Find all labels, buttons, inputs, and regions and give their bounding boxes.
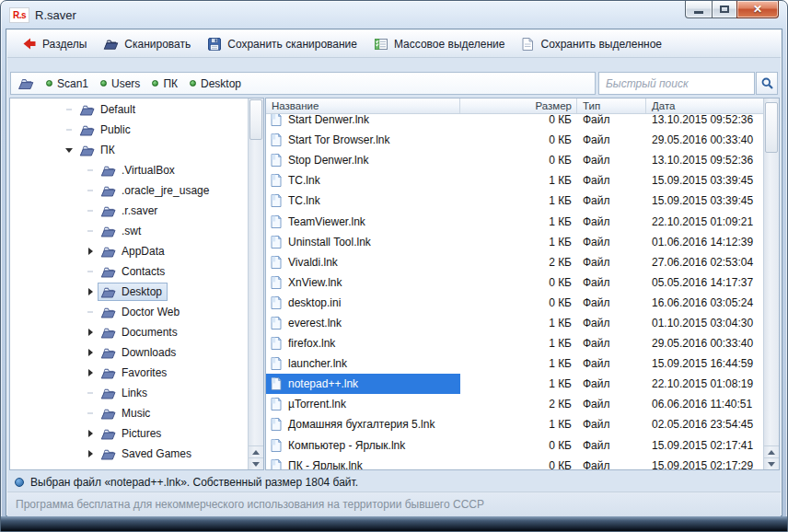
tree-item-body[interactable]: AppData [98,242,170,260]
tree-expand-arrow[interactable] [83,345,98,360]
tree-item-body[interactable]: Music [98,404,156,422]
save-selected-button[interactable]: Сохранить выделенное [513,34,670,54]
tree-expand-arrow[interactable] [62,143,76,157]
tree-item[interactable]: ПК [10,140,248,160]
tree-item[interactable]: .swt [10,221,248,241]
tree-item-body[interactable]: Pictures [98,424,167,443]
tree-item-body[interactable]: Documents [98,323,183,341]
tree-item[interactable]: Links [10,383,248,403]
column-header-size[interactable]: Размер [460,98,577,113]
tree-item-body[interactable]: .swt [98,222,146,240]
file-name-cell[interactable]: ? Компьютер - Ярлык.lnk [266,435,460,456]
tree-item[interactable]: Desktop [10,282,248,302]
file-name-cell[interactable]: ? TeamViewer.lnk [266,211,460,231]
file-name-cell[interactable]: ? Vivaldi.lnk [266,252,460,272]
tree-item[interactable]: Downloads [10,342,248,363]
tree-item[interactable]: .oracle_jre_usage [10,180,248,201]
breadcrumb-item[interactable]: Desktop [190,77,241,90]
tree-item-body[interactable]: .r.saver [98,202,163,220]
file-row[interactable]: ? desktop.ini 0 КБ Файл 16.06.2016 03:05… [266,293,763,313]
file-row[interactable]: ? µTorrent.lnk 2 КБ Файл 06.06.2016 11:4… [266,394,763,414]
sections-button[interactable]: Разделы [13,34,95,53]
tree-item[interactable]: Favorites [10,363,248,383]
file-row[interactable]: ? Компьютер - Ярлык.lnk 0 КБ Файл 15.09.… [266,435,763,456]
search-button[interactable] [756,72,778,95]
tree-item[interactable]: Public [10,120,248,140]
tree-expand-arrow[interactable] [83,426,98,441]
file-name-cell[interactable]: ? TC.lnk [266,191,460,211]
tree-expand-arrow[interactable] [83,244,98,259]
file-row[interactable]: ? launcher.lnk 1 КБ Файл 15.09.2015 16:4… [266,353,763,374]
tree-item-body[interactable]: Desktop [98,283,168,301]
scroll-down-button[interactable] [249,457,263,469]
file-name-cell[interactable]: ? Uninstall Tool.lnk [266,232,460,252]
tree-expand-arrow[interactable] [83,224,98,238]
tree-item[interactable]: Default [10,99,248,120]
tree-item[interactable]: Saved Games [10,444,248,464]
tree-item-body[interactable]: Public [76,121,136,139]
file-name-cell[interactable]: ? desktop.ini [266,293,460,313]
tree-expand-arrow[interactable] [83,467,98,469]
file-name-cell[interactable]: ? everest.lnk [266,313,460,333]
file-row[interactable]: ? Домашняя бухгалтерия 5.lnk 1 КБ Файл 0… [266,414,763,434]
tree-item[interactable]: Music [10,403,248,423]
save-scan-button[interactable]: Сохранить сканирование [199,34,365,54]
file-row[interactable]: ? Vivaldi.lnk 2 КБ Файл 27.06.2016 02:53… [266,252,763,272]
tree-item-body[interactable]: Downloads [98,343,181,362]
list-scrollbar-thumb[interactable] [765,102,778,153]
tree-item-body[interactable]: .VirtualBox [98,161,180,179]
file-name-cell[interactable]: ? µTorrent.lnk [266,394,460,414]
file-name-cell[interactable]: ? XnView.lnk [266,272,460,293]
scroll-up-button[interactable] [249,445,263,457]
breadcrumb-item[interactable]: Users [100,77,140,90]
tree-expand-arrow[interactable] [83,446,98,461]
tree-item[interactable]: Documents [10,322,248,342]
file-name-cell[interactable]: ? Start Denwer.lnk [266,114,460,130]
tree-item-body[interactable]: Doctor Web [98,303,185,321]
column-header-type[interactable]: Тип [577,98,646,113]
tree-item-body[interactable]: Links [98,384,153,402]
maximize-button[interactable] [712,1,737,18]
file-row[interactable]: ? notepad++.lnk 1 КБ Файл 22.10.2015 01:… [266,374,763,394]
file-row[interactable]: ? TC.lnk 1 КБ Файл 15.09.2015 03:39:45 [266,191,763,211]
tree-item[interactable]: .VirtualBox [10,160,248,180]
list-scrollbar[interactable] [763,98,779,469]
file-name-cell[interactable]: ? Stop Denwer.lnk [266,150,460,170]
mass-select-button[interactable]: Массовое выделение [365,34,514,54]
file-row[interactable]: ? Uninstall Tool.lnk 1 КБ Файл 01.06.201… [266,232,763,252]
column-header-date[interactable]: Дата [646,98,763,113]
tree-item-body[interactable]: .oracle_jre_usage [98,181,214,200]
file-row[interactable]: ? TeamViewer.lnk 1 КБ Файл 22.10.2015 01… [266,211,763,231]
tree-expand-arrow[interactable] [62,122,76,137]
file-row[interactable]: ? Start Denwer.lnk 0 КБ Файл 13.10.2015 … [266,114,763,130]
file-name-cell[interactable]: ? TC.lnk [266,170,460,191]
minimize-button[interactable] [685,1,713,18]
file-row[interactable]: ? TC.lnk 1 КБ Файл 15.09.2015 03:39:45 [266,170,763,191]
file-name-cell[interactable]: ? firefox.lnk [266,333,460,353]
file-name-cell[interactable]: ? ПК - Ярлык.lnk [266,456,460,469]
scan-button[interactable]: Сканировать [95,34,199,53]
tree-item-body[interactable]: Favorites [98,364,172,382]
close-button[interactable]: ✕ [736,1,779,18]
tree-item[interactable]: Doctor Web [10,302,248,322]
file-row[interactable]: ? XnView.lnk 0 КБ Файл 05.05.2016 14:17:… [266,272,763,293]
tree-expand-arrow[interactable] [83,305,98,319]
tree-item[interactable]: AppData [10,241,248,261]
file-name-cell[interactable]: ? Start Tor Browser.lnk [266,130,460,150]
titlebar[interactable]: R.s R.saver ✕ [1,1,787,29]
tree-item[interactable]: .r.saver [10,201,248,221]
file-row[interactable]: ? firefox.lnk 1 КБ Файл 29.05.2016 00:33… [266,333,763,353]
column-header-name[interactable]: Название [266,98,460,113]
tree-expand-arrow[interactable] [83,264,98,279]
tree-expand-arrow[interactable] [83,203,98,218]
file-name-cell[interactable]: ? Домашняя бухгалтерия 5.lnk [266,414,460,434]
tree-item[interactable]: Pictures [10,423,248,444]
file-row[interactable]: ? Stop Denwer.lnk 0 КБ Файл 13.10.2015 0… [266,150,763,170]
tree-item-body[interactable]: Searches [98,465,174,469]
tree-expand-arrow[interactable] [83,163,98,178]
scroll-up-button[interactable] [764,445,779,457]
scroll-down-button[interactable] [764,457,779,469]
breadcrumb-item[interactable]: ПК [152,77,178,90]
tree-scrollbar[interactable] [248,98,263,469]
tree-expand-arrow[interactable] [83,386,98,400]
